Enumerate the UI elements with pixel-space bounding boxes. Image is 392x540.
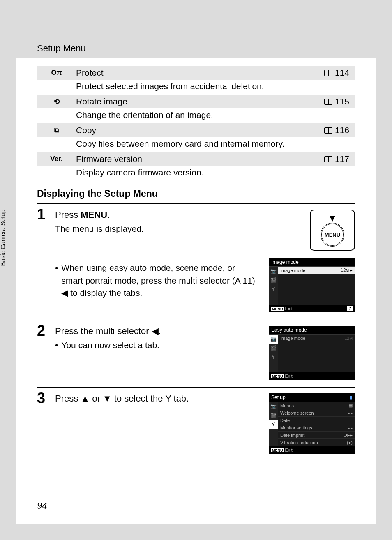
book-icon xyxy=(324,70,332,76)
help-icon: ? xyxy=(347,306,353,311)
screen-item: Image mode12м xyxy=(278,335,355,342)
menu-title: Copy xyxy=(76,125,324,135)
step-number: 1 xyxy=(37,207,49,222)
step-bullet: You can now select a tab. xyxy=(55,339,256,351)
camera-screen-3: Set up ▮ 📷 🎬 Y Menus▤ Welcome scr xyxy=(269,393,355,454)
tab-setup-icon: Y xyxy=(269,420,278,429)
step-number: 3 xyxy=(37,391,49,406)
tab-camera-icon: 📷 xyxy=(269,402,278,411)
arrow-down-icon: ▼ xyxy=(327,212,337,224)
step-3: 3 Press ▲ or ▼ to select the Y tab. Set … xyxy=(37,391,355,454)
menu-desc: Copy files between memory card and inter… xyxy=(37,137,355,152)
screen-footer: MENUExit ? xyxy=(269,305,355,312)
menu-badge-icon: MENU xyxy=(271,374,284,378)
menu-desc: Protect selected images from accidental … xyxy=(37,80,355,95)
step-2: 2 Press the multi selector ◀. You can no… xyxy=(37,323,355,380)
menu-title: Rotate image xyxy=(76,97,324,106)
badge-icon: 12м ▸ xyxy=(341,268,353,273)
page-ref: 114 xyxy=(324,68,355,78)
screen-header: Easy auto mode xyxy=(269,326,355,335)
step-title: Press the multi selector ◀. xyxy=(55,326,256,337)
book-icon xyxy=(324,127,332,134)
menu-button-label: MENU xyxy=(321,223,344,247)
menu-table: Oπ Protect 114 Protect selected images f… xyxy=(37,66,355,181)
menu-row-copy: ⧉ Copy 116 xyxy=(37,123,355,137)
menu-row-firmware: Ver. Firmware version 117 xyxy=(37,152,355,166)
screen-header: Image mode xyxy=(269,258,355,267)
step-1: 1 Press MENU. The menu is displayed. Whe… xyxy=(37,207,355,312)
tab-setup-icon: Y xyxy=(269,353,278,362)
screen-list: Image mode12м xyxy=(278,335,355,372)
divider xyxy=(37,320,355,320)
divider xyxy=(37,203,355,204)
screen-tabs: 📷 🎬 Y xyxy=(269,267,278,305)
step-number: 2 xyxy=(37,323,49,338)
step-title: Press MENU. xyxy=(55,210,256,220)
screen-footer: MENUExit xyxy=(269,446,355,454)
screen-item: Vibration reduction(●) xyxy=(278,439,355,446)
copy-icon: ⧉ xyxy=(37,126,76,134)
menu-desc: Display camera firmware version. xyxy=(37,166,355,181)
subheading: Displaying the Setup Menu xyxy=(37,188,355,199)
screen-item: Date- - xyxy=(278,417,355,424)
menu-badge-icon: MENU xyxy=(271,307,284,311)
screen-header: Set up ▮ xyxy=(269,393,355,402)
book-icon xyxy=(324,156,332,162)
side-tab-marker xyxy=(0,291,5,323)
screen-item: Menus▤ xyxy=(278,402,355,409)
menu-row-rotate: ⟲ Rotate image 115 xyxy=(37,95,355,108)
screen-list: Menus▤ Welcome screen- - Date- - Monitor… xyxy=(278,402,355,446)
menu-badge-icon: MENU xyxy=(271,448,284,452)
side-tab-label: Basic Camera Setup xyxy=(0,210,6,266)
page-number: 94 xyxy=(37,501,47,511)
tab-video-icon: 🎬 xyxy=(269,344,278,353)
screen-item: Monitor settings- - xyxy=(278,424,355,432)
rotate-icon: ⟲ xyxy=(37,97,76,106)
tab-video-icon: 🎬 xyxy=(269,411,278,420)
tab-camera-icon: 📷 xyxy=(269,335,278,344)
page-ref: 117 xyxy=(324,154,355,164)
screen-item: Welcome screen- - xyxy=(278,409,355,417)
camera-screen-2: Easy auto mode 📷 🎬 Y Image mode12м xyxy=(269,326,355,380)
menu-row-protect: Oπ Protect 114 xyxy=(37,66,355,80)
screen-footer: MENUExit xyxy=(269,372,355,380)
menu-button-illustration: ▼ MENU xyxy=(310,210,355,251)
scroll-indicator-icon: ▮ xyxy=(350,395,353,400)
tab-video-icon: 🎬 xyxy=(269,276,278,285)
screen-item: Image mode12м ▸ xyxy=(278,267,355,274)
step-text: The menu is displayed. xyxy=(55,223,256,235)
screen-item: Date imprintOFF xyxy=(278,432,355,439)
step-bullet: When using easy auto mode, scene mode, o… xyxy=(55,262,256,299)
ver-icon: Ver. xyxy=(37,155,76,163)
book-icon xyxy=(324,99,332,105)
tab-camera-icon: 📷 xyxy=(269,267,278,276)
step-title: Press ▲ or ▼ to select the Y tab. xyxy=(55,393,256,404)
menu-desc: Change the orientation of an image. xyxy=(37,108,355,123)
badge-icon: 12м xyxy=(344,336,353,341)
divider xyxy=(37,387,355,388)
menu-title: Protect xyxy=(76,68,324,78)
protect-icon: Oπ xyxy=(37,69,76,77)
menu-title: Firmware version xyxy=(76,154,324,164)
screen-list: Image mode12м ▸ xyxy=(278,267,355,305)
section-header: Setup Menu xyxy=(37,43,86,54)
camera-screen-1: Image mode 📷 🎬 Y Image mode12м ▸ xyxy=(269,258,355,312)
page-ref: 116 xyxy=(324,125,355,135)
page-ref: 115 xyxy=(324,97,355,106)
screen-tabs: 📷 🎬 Y xyxy=(269,335,278,372)
tab-setup-icon: Y xyxy=(269,285,278,294)
screen-tabs: 📷 🎬 Y xyxy=(269,402,278,446)
